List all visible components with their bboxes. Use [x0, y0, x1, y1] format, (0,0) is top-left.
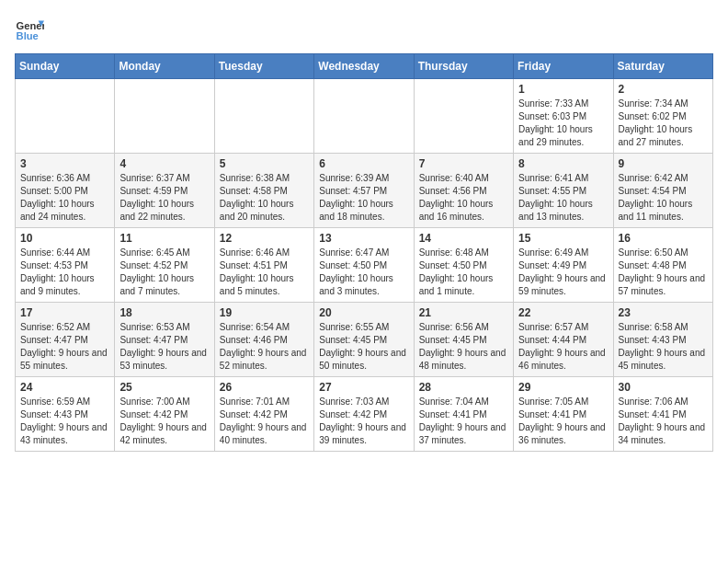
day-cell: [214, 79, 313, 154]
calendar: SundayMondayTuesdayWednesdayThursdayFrid…: [15, 53, 713, 452]
day-cell: 22Sunrise: 6:57 AM Sunset: 4:44 PM Dayli…: [514, 303, 613, 377]
day-number: 27: [319, 381, 409, 394]
day-number: 6: [319, 157, 409, 170]
day-info: Sunrise: 6:40 AM Sunset: 4:56 PM Dayligh…: [419, 172, 509, 224]
day-cell: [314, 79, 414, 154]
day-info: Sunrise: 7:00 AM Sunset: 4:42 PM Dayligh…: [119, 396, 210, 447]
day-cell: 11Sunrise: 6:45 AM Sunset: 4:52 PM Dayli…: [115, 228, 214, 303]
day-cell: [115, 79, 214, 154]
day-info: Sunrise: 6:56 AM Sunset: 4:45 PM Dayligh…: [419, 321, 509, 373]
day-info: Sunrise: 6:48 AM Sunset: 4:50 PM Dayligh…: [419, 247, 509, 298]
day-cell: 29Sunrise: 7:05 AM Sunset: 4:41 PM Dayli…: [514, 377, 613, 452]
logo-icon: General Blue: [15, 15, 44, 44]
day-info: Sunrise: 6:42 AM Sunset: 4:54 PM Dayligh…: [619, 172, 709, 224]
day-cell: 20Sunrise: 6:55 AM Sunset: 4:45 PM Dayli…: [314, 303, 414, 377]
day-number: 1: [518, 83, 609, 96]
day-cell: 30Sunrise: 7:06 AM Sunset: 4:41 PM Dayli…: [613, 377, 712, 452]
day-number: 21: [419, 306, 509, 319]
day-number: 17: [20, 306, 110, 319]
day-number: 13: [319, 232, 409, 245]
day-info: Sunrise: 6:58 AM Sunset: 4:43 PM Dayligh…: [619, 321, 709, 373]
day-cell: 27Sunrise: 7:03 AM Sunset: 4:42 PM Dayli…: [314, 377, 414, 452]
day-number: 18: [119, 306, 210, 319]
day-number: 12: [220, 232, 310, 245]
day-info: Sunrise: 6:36 AM Sunset: 5:00 PM Dayligh…: [20, 172, 110, 224]
day-number: 10: [20, 232, 110, 245]
day-info: Sunrise: 7:33 AM Sunset: 6:03 PM Dayligh…: [518, 98, 609, 149]
day-cell: 4Sunrise: 6:37 AM Sunset: 4:59 PM Daylig…: [115, 154, 214, 228]
day-cell: 15Sunrise: 6:49 AM Sunset: 4:49 PM Dayli…: [514, 228, 613, 303]
day-cell: 19Sunrise: 6:54 AM Sunset: 4:46 PM Dayli…: [214, 303, 313, 377]
dow-header: Sunday: [16, 54, 115, 79]
day-info: Sunrise: 7:01 AM Sunset: 4:42 PM Dayligh…: [220, 396, 310, 447]
day-cell: 9Sunrise: 6:42 AM Sunset: 4:54 PM Daylig…: [613, 154, 712, 228]
day-info: Sunrise: 6:45 AM Sunset: 4:52 PM Dayligh…: [119, 247, 210, 298]
day-number: 23: [619, 306, 709, 319]
svg-text:Blue: Blue: [17, 30, 39, 41]
day-info: Sunrise: 7:06 AM Sunset: 4:41 PM Dayligh…: [619, 396, 709, 447]
day-number: 20: [319, 306, 409, 319]
day-cell: 28Sunrise: 7:04 AM Sunset: 4:41 PM Dayli…: [414, 377, 513, 452]
day-cell: 13Sunrise: 6:47 AM Sunset: 4:50 PM Dayli…: [314, 228, 414, 303]
week-row: 1Sunrise: 7:33 AM Sunset: 6:03 PM Daylig…: [16, 79, 713, 154]
dow-header: Wednesday: [314, 54, 414, 79]
day-number: 7: [419, 157, 509, 170]
day-cell: 10Sunrise: 6:44 AM Sunset: 4:53 PM Dayli…: [16, 228, 115, 303]
day-cell: 17Sunrise: 6:52 AM Sunset: 4:47 PM Dayli…: [16, 303, 115, 377]
dow-header: Friday: [514, 54, 613, 79]
day-info: Sunrise: 6:46 AM Sunset: 4:51 PM Dayligh…: [220, 247, 310, 298]
day-cell: 2Sunrise: 7:34 AM Sunset: 6:02 PM Daylig…: [613, 79, 712, 154]
day-info: Sunrise: 7:05 AM Sunset: 4:41 PM Dayligh…: [518, 396, 609, 447]
day-info: Sunrise: 6:47 AM Sunset: 4:50 PM Dayligh…: [319, 247, 409, 298]
week-row: 24Sunrise: 6:59 AM Sunset: 4:43 PM Dayli…: [16, 377, 713, 452]
day-cell: 14Sunrise: 6:48 AM Sunset: 4:50 PM Dayli…: [414, 228, 513, 303]
calendar-body: 1Sunrise: 7:33 AM Sunset: 6:03 PM Daylig…: [16, 79, 713, 452]
day-number: 3: [20, 157, 110, 170]
day-number: 8: [518, 157, 609, 170]
header: General Blue: [15, 15, 713, 44]
week-row: 17Sunrise: 6:52 AM Sunset: 4:47 PM Dayli…: [16, 303, 713, 377]
day-cell: 25Sunrise: 7:00 AM Sunset: 4:42 PM Dayli…: [115, 377, 214, 452]
day-cell: 21Sunrise: 6:56 AM Sunset: 4:45 PM Dayli…: [414, 303, 513, 377]
day-number: 2: [619, 83, 709, 96]
day-cell: 8Sunrise: 6:41 AM Sunset: 4:55 PM Daylig…: [514, 154, 613, 228]
day-number: 30: [619, 381, 709, 394]
day-number: 19: [220, 306, 310, 319]
day-number: 11: [119, 232, 210, 245]
day-cell: 12Sunrise: 6:46 AM Sunset: 4:51 PM Dayli…: [214, 228, 313, 303]
day-info: Sunrise: 6:39 AM Sunset: 4:57 PM Dayligh…: [319, 172, 409, 224]
logo: General Blue: [15, 15, 44, 44]
day-number: 14: [419, 232, 509, 245]
day-cell: 23Sunrise: 6:58 AM Sunset: 4:43 PM Dayli…: [613, 303, 712, 377]
day-info: Sunrise: 6:44 AM Sunset: 4:53 PM Dayligh…: [20, 247, 110, 298]
dow-header: Saturday: [613, 54, 712, 79]
days-of-week-row: SundayMondayTuesdayWednesdayThursdayFrid…: [16, 54, 713, 79]
day-cell: 16Sunrise: 6:50 AM Sunset: 4:48 PM Dayli…: [613, 228, 712, 303]
day-number: 9: [619, 157, 709, 170]
day-info: Sunrise: 6:37 AM Sunset: 4:59 PM Dayligh…: [119, 172, 210, 224]
day-number: 5: [220, 157, 310, 170]
day-number: 24: [20, 381, 110, 394]
day-info: Sunrise: 6:49 AM Sunset: 4:49 PM Dayligh…: [518, 247, 609, 298]
week-row: 3Sunrise: 6:36 AM Sunset: 5:00 PM Daylig…: [16, 154, 713, 228]
dow-header: Monday: [115, 54, 214, 79]
day-cell: 26Sunrise: 7:01 AM Sunset: 4:42 PM Dayli…: [214, 377, 313, 452]
day-info: Sunrise: 6:59 AM Sunset: 4:43 PM Dayligh…: [20, 396, 110, 447]
dow-header: Tuesday: [214, 54, 313, 79]
day-number: 26: [220, 381, 310, 394]
day-number: 16: [619, 232, 709, 245]
day-number: 4: [119, 157, 210, 170]
day-info: Sunrise: 6:57 AM Sunset: 4:44 PM Dayligh…: [518, 321, 609, 373]
day-cell: 18Sunrise: 6:53 AM Sunset: 4:47 PM Dayli…: [115, 303, 214, 377]
day-number: 22: [518, 306, 609, 319]
day-cell: 3Sunrise: 6:36 AM Sunset: 5:00 PM Daylig…: [16, 154, 115, 228]
day-info: Sunrise: 6:54 AM Sunset: 4:46 PM Dayligh…: [220, 321, 310, 373]
day-number: 15: [518, 232, 609, 245]
day-cell: 6Sunrise: 6:39 AM Sunset: 4:57 PM Daylig…: [314, 154, 414, 228]
day-cell: 7Sunrise: 6:40 AM Sunset: 4:56 PM Daylig…: [414, 154, 513, 228]
day-info: Sunrise: 6:41 AM Sunset: 4:55 PM Dayligh…: [518, 172, 609, 224]
day-number: 29: [518, 381, 609, 394]
day-info: Sunrise: 6:53 AM Sunset: 4:47 PM Dayligh…: [119, 321, 210, 373]
day-cell: [414, 79, 513, 154]
day-cell: [16, 79, 115, 154]
